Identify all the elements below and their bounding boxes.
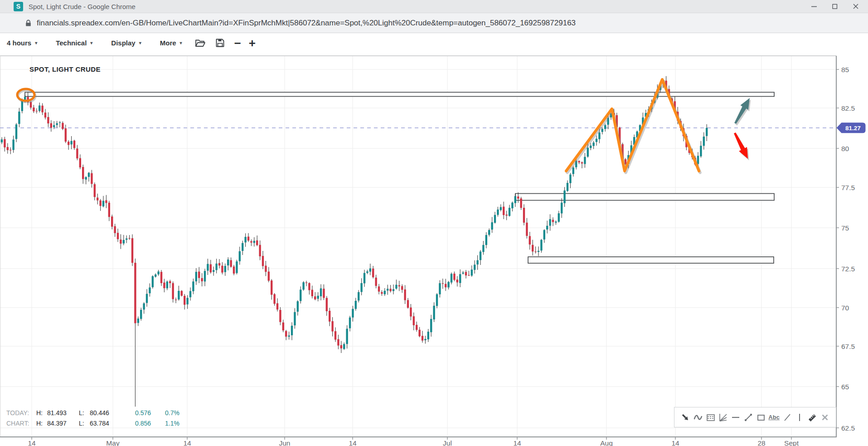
low-label: L:	[79, 408, 90, 418]
url-text[interactable]: financials.spreadex.com/en-GB/Home/LiveC…	[37, 19, 576, 28]
timeframe-menu[interactable]: 4 hours ▾	[7, 39, 37, 47]
x-axis-label: 14	[183, 439, 191, 446]
x-axis-label: 14	[513, 439, 521, 446]
x-axis-label: 14	[349, 439, 357, 446]
tool-vertical-line-icon[interactable]	[795, 412, 805, 422]
chart-symbol-title: SPOT, LIGHT CRUDE	[29, 65, 101, 73]
y-axis-label: 85	[841, 66, 849, 74]
x-axis-label: Sept	[784, 439, 799, 446]
tool-text[interactable]: Abc	[768, 414, 780, 421]
display-menu[interactable]: Display ▾	[111, 39, 141, 47]
y-axis-label: 72.5	[841, 265, 855, 273]
tool-horizontal-line-icon[interactable]	[731, 412, 741, 422]
tool-close-icon[interactable]	[820, 412, 830, 422]
y-axis-label: 67.5	[841, 343, 855, 350]
more-menu-label: More	[160, 39, 176, 47]
price-badge: 81.27	[837, 123, 866, 133]
technical-menu-label: Technical	[56, 39, 87, 47]
x-axis-label: May	[106, 439, 120, 446]
site-favicon-icon: S	[14, 2, 23, 11]
high-label: H:	[36, 418, 47, 429]
minimize-icon	[811, 3, 817, 10]
window-titlebar: S Spot, Light Crude - Google Chrome	[0, 0, 868, 13]
tool-trend-line-icon[interactable]	[743, 412, 753, 422]
open-folder-button[interactable]	[195, 38, 206, 48]
zoom-out-button[interactable]: −	[234, 39, 241, 47]
x-axis-label: 14	[671, 439, 679, 446]
tool-curve-icon[interactable]	[693, 412, 703, 422]
chevron-down-icon: ▾	[139, 40, 141, 45]
maximize-icon	[832, 3, 838, 10]
window-title: Spot, Light Crude - Google Chrome	[29, 3, 136, 10]
maximize-button[interactable]	[824, 0, 845, 13]
zoom-in-button[interactable]: +	[249, 39, 256, 47]
y-axis-label: 82.5	[841, 104, 855, 112]
zone-rectangle	[528, 257, 774, 263]
today-change: 0.576	[135, 408, 165, 418]
up-trend-arrow	[734, 98, 750, 124]
y-axis-label: 77.5	[841, 184, 855, 191]
close-button[interactable]	[845, 0, 866, 13]
chart-menu-bar: 4 hours ▾ Technical ▾ Display ▾ More ▾ −…	[0, 33, 868, 53]
tool-diagonal-line-icon[interactable]	[782, 412, 792, 422]
y-axis-label: 80	[841, 145, 849, 152]
close-icon	[853, 3, 859, 10]
chart-change: 0.856	[135, 418, 165, 429]
x-axis-label: Jul	[443, 439, 452, 446]
chevron-down-icon: ▾	[35, 40, 37, 45]
y-axis-label: 75	[841, 224, 849, 232]
address-bar: financials.spreadex.com/en-GB/Home/LiveC…	[0, 13, 868, 33]
grid-lines	[0, 56, 836, 437]
y-axis-label: 62.5	[841, 424, 855, 432]
y-axis-label: 65	[841, 383, 849, 391]
price-zones	[25, 92, 774, 263]
price-chart[interactable]: 8582.58077.57572.57067.56562.514May14Jun…	[0, 52, 868, 446]
minimize-button[interactable]	[804, 0, 824, 13]
today-high: 81.493	[47, 408, 79, 418]
tool-pointer-icon[interactable]	[680, 412, 690, 422]
chart-label: CHART:	[6, 418, 36, 429]
tool-rectangle-icon[interactable]	[756, 412, 766, 422]
zone-rectangle	[515, 194, 774, 201]
x-axis-label: 28	[757, 439, 765, 446]
down-trend-arrow	[734, 132, 748, 159]
chevron-down-icon: ▾	[90, 40, 92, 45]
chart-change-pct: 1.1%	[165, 418, 179, 429]
x-axis-label: Jun	[279, 439, 291, 446]
zone-rectangle	[25, 92, 774, 96]
drawing-toolbar: Abc	[674, 407, 836, 427]
chart-high: 84.397	[47, 418, 79, 429]
today-low: 80.446	[90, 408, 123, 418]
axes: 8582.58077.57572.57067.56562.514May14Jun…	[0, 56, 855, 446]
display-menu-label: Display	[111, 39, 135, 47]
high-label: H:	[36, 408, 47, 418]
chevron-down-icon: ▾	[180, 40, 182, 45]
tool-grid-icon[interactable]	[706, 412, 716, 422]
open-folder-icon	[195, 38, 206, 48]
technical-menu[interactable]: Technical ▾	[56, 39, 92, 47]
timeframe-menu-label: 4 hours	[7, 39, 31, 47]
save-button[interactable]	[215, 38, 225, 48]
price-badge-value: 81.27	[845, 125, 861, 132]
chart-low: 63.784	[90, 418, 123, 429]
save-icon	[215, 38, 225, 48]
today-stats-row: TODAY: H: 81.493 L: 80.446 0.576 0.7%	[6, 408, 179, 418]
today-change-pct: 0.7%	[165, 408, 179, 418]
price-stats: TODAY: H: 81.493 L: 80.446 0.576 0.7% CH…	[6, 408, 179, 429]
lock-icon	[25, 20, 31, 27]
tool-fan-icon[interactable]	[718, 412, 728, 422]
x-axis-label: Aug	[600, 439, 613, 446]
y-axis-label: 70	[841, 304, 849, 312]
x-axis-label: 14	[28, 439, 36, 446]
low-label: L:	[79, 418, 90, 429]
tool-ruler-icon[interactable]	[807, 412, 817, 422]
chart-stats-row: CHART: H: 84.397 L: 63.784 0.856 1.1%	[6, 418, 179, 429]
today-label: TODAY:	[6, 408, 36, 418]
more-menu[interactable]: More ▾	[160, 39, 182, 47]
